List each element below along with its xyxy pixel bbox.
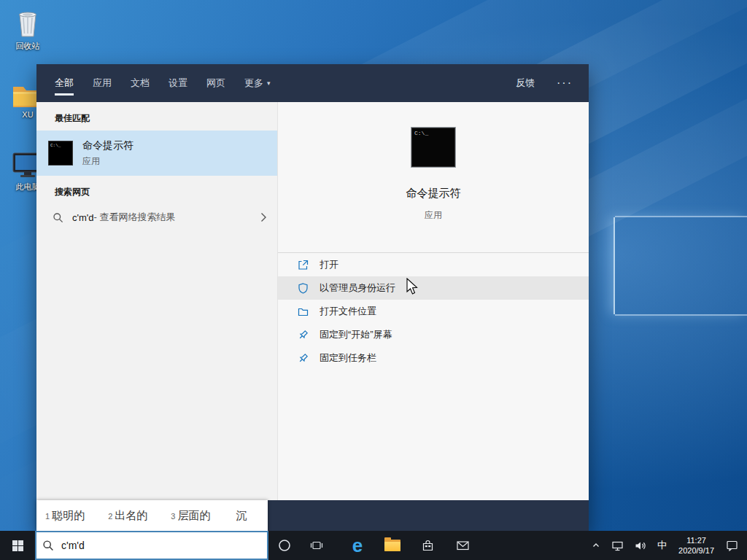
- search-icon: [42, 540, 54, 551]
- desktop-icon-label: 回收站: [4, 41, 52, 52]
- feedback-button[interactable]: 反馈: [516, 77, 535, 90]
- ime-candidate-2[interactable]: 2 出名的: [108, 509, 147, 523]
- task-view-icon: [310, 539, 323, 552]
- tab-documents[interactable]: 文档: [131, 64, 150, 102]
- store-bag-icon: [421, 539, 435, 553]
- cortana-button[interactable]: [268, 531, 301, 560]
- action-label: 以管理员身份运行: [320, 281, 395, 295]
- best-match-result-cmd[interactable]: C:\_ 命令提示符 应用: [36, 131, 277, 176]
- tab-label: 全部: [55, 77, 74, 90]
- candidate-text: 聪明的: [52, 509, 85, 523]
- search-tabs: 全部 应用 文档 设置 网页 更多 ▾: [36, 64, 290, 102]
- file-explorer-icon: [384, 540, 400, 551]
- search-input[interactable]: [60, 539, 261, 552]
- ime-mode-indicator[interactable]: 中: [652, 531, 672, 560]
- action-pin-to-taskbar[interactable]: 固定到任务栏: [278, 346, 589, 370]
- action-label: 固定到“开始”屏幕: [320, 328, 392, 341]
- file-explorer-button[interactable]: [375, 531, 410, 560]
- taskbar: 中 11:27 2020/9/17: [0, 531, 747, 560]
- best-match-text: 命令提示符 应用: [82, 139, 133, 168]
- tab-settings[interactable]: 设置: [169, 64, 187, 102]
- chevron-down-icon: ▾: [267, 79, 271, 87]
- tab-more[interactable]: 更多 ▾: [244, 64, 271, 102]
- action-center-icon: [726, 540, 738, 551]
- action-open-file-location[interactable]: 打开文件位置: [278, 300, 589, 323]
- best-match-title: 命令提示符: [82, 139, 133, 152]
- hidden-icons-button[interactable]: [586, 531, 606, 560]
- chevron-up-icon: [591, 540, 601, 551]
- web-search-query: c'm'd: [72, 212, 94, 223]
- ime-candidate-4[interactable]: 沉: [233, 509, 247, 523]
- web-search-result[interactable]: c'm'd - 查看网络搜索结果: [36, 204, 277, 230]
- preview-section: C:\_ 命令提示符 应用: [278, 102, 589, 222]
- action-label: 打开: [320, 258, 338, 271]
- action-label: 固定到任务栏: [320, 351, 376, 365]
- cortana-circle-icon: [278, 539, 291, 552]
- candidate-text: 层面的: [177, 509, 210, 523]
- candidate-text: 出名的: [115, 509, 147, 523]
- action-center-button[interactable]: [721, 531, 747, 560]
- taskbar-clock[interactable]: 11:27 2020/9/17: [672, 535, 721, 556]
- context-actions: 打开 以管理员身份运行 打开文件: [278, 253, 589, 370]
- wallpaper-window-logo: [614, 217, 747, 314]
- search-body: 最佳匹配 C:\_ 命令提示符 应用 搜索网页 c'm'd - 查看网络搜索结果: [36, 102, 589, 500]
- candidate-number: 2: [108, 512, 112, 521]
- best-match-subtitle: 应用: [82, 155, 133, 168]
- folder-icon: [297, 306, 309, 318]
- tab-all[interactable]: 全部: [55, 64, 74, 102]
- desktop-icon-recycle-bin[interactable]: 回收站: [4, 7, 52, 52]
- windows-logo-icon: [12, 540, 24, 552]
- search-flyout: 全部 应用 文档 设置 网页 更多 ▾ 反馈 ··· 最佳匹配 C:\_ 命令提…: [36, 64, 589, 531]
- open-icon: [297, 259, 309, 271]
- more-options-icon[interactable]: ···: [557, 77, 573, 90]
- web-search-header: 搜索网页: [36, 176, 277, 204]
- chevron-right-icon: [260, 212, 267, 222]
- web-search-suffix: - 查看网络搜索结果: [94, 211, 176, 224]
- task-view-button[interactable]: [301, 531, 333, 560]
- tab-label: 设置: [169, 77, 187, 90]
- best-match-header: 最佳匹配: [36, 102, 277, 131]
- action-open[interactable]: 打开: [278, 253, 589, 276]
- tab-apps[interactable]: 应用: [93, 64, 112, 102]
- action-run-as-admin[interactable]: 以管理员身份运行: [278, 276, 589, 300]
- search-preview-pane: C:\_ 命令提示符 应用 打开: [277, 102, 589, 500]
- start-button[interactable]: [0, 531, 35, 560]
- system-tray: 中 11:27 2020/9/17: [586, 531, 747, 560]
- preview-title: 命令提示符: [278, 187, 589, 201]
- edge-icon[interactable]: [340, 531, 375, 560]
- mail-button[interactable]: [445, 531, 480, 560]
- pin-icon: [297, 329, 309, 341]
- search-header: 全部 应用 文档 设置 网页 更多 ▾ 反馈 ···: [36, 64, 589, 102]
- ime-candidate-1[interactable]: 1 聪明的: [45, 509, 85, 523]
- ime-candidate-window: 1 聪明的 2 出名的 3 层面的 沉: [36, 500, 268, 531]
- tab-label: 文档: [131, 77, 150, 90]
- search-header-right: 反馈 ···: [516, 64, 589, 102]
- network-button[interactable]: [606, 531, 629, 560]
- preview-subtitle: 应用: [278, 209, 589, 222]
- search-icon: [53, 212, 63, 223]
- mail-envelope-icon: [456, 540, 470, 551]
- pin-icon: [297, 352, 309, 365]
- tab-label: 网页: [206, 77, 225, 90]
- candidate-number: 3: [171, 512, 175, 521]
- ime-candidate-3[interactable]: 3 层面的: [171, 509, 210, 523]
- recycle-bin-icon: [4, 7, 52, 39]
- admin-shield-icon: [297, 282, 309, 295]
- search-results-pane: 最佳匹配 C:\_ 命令提示符 应用 搜索网页 c'm'd - 查看网络搜索结果: [36, 102, 277, 500]
- candidate-text: 沉: [236, 509, 247, 523]
- cmd-icon-large: C:\_: [411, 127, 456, 168]
- volume-button[interactable]: [629, 531, 652, 560]
- speaker-icon: [634, 540, 647, 551]
- microsoft-store-button[interactable]: [410, 531, 445, 560]
- tab-label: 应用: [93, 77, 112, 90]
- network-monitor-icon: [611, 540, 624, 551]
- candidate-number: 1: [45, 512, 50, 521]
- tab-web[interactable]: 网页: [206, 64, 225, 102]
- cmd-icon: C:\_: [48, 141, 73, 166]
- taskbar-search-box[interactable]: [35, 531, 268, 560]
- tab-label: 更多: [244, 77, 263, 90]
- action-pin-to-start[interactable]: 固定到“开始”屏幕: [278, 323, 589, 346]
- clock-date: 2020/9/17: [678, 545, 714, 556]
- action-label: 打开文件位置: [320, 305, 376, 318]
- clock-time: 11:27: [678, 535, 714, 545]
